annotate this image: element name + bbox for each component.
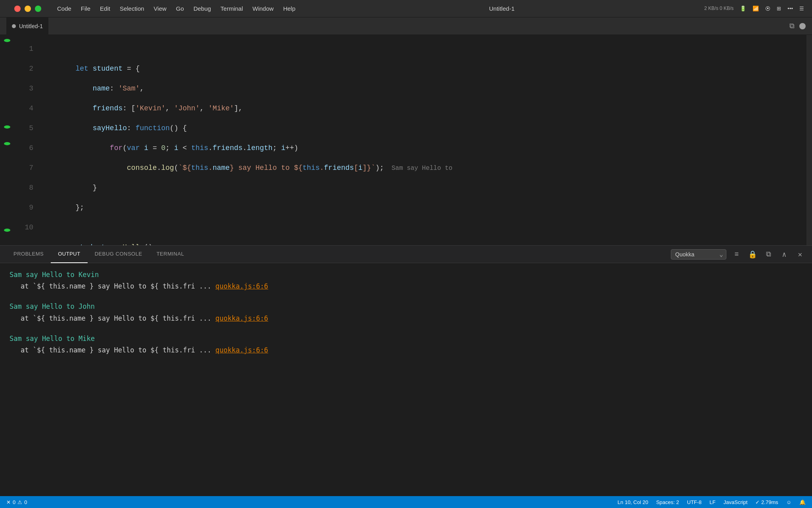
error-icon: ✕ bbox=[6, 499, 11, 505]
panel-tabs: PROBLEMS OUTPUT DEBUG CONSOLE TERMINAL Q… bbox=[0, 246, 812, 263]
code-content[interactable]: let student = { name: 'Sam', friends: ['… bbox=[38, 35, 806, 245]
statusbar-right: Ln 10, Col 20 Spaces: 2 UTF-8 LF JavaScr… bbox=[618, 499, 806, 505]
language-mode[interactable]: JavaScript bbox=[724, 499, 748, 505]
line-num-1: 1 bbox=[22, 39, 33, 59]
smiley-icon: ☺ bbox=[786, 499, 791, 505]
encoding[interactable]: UTF-8 bbox=[687, 499, 702, 505]
line-numbers: 1 2 3 4 5 6 7 8 9 10 bbox=[14, 35, 38, 245]
output-source-select-wrapper: Quokka Git Tasks bbox=[671, 249, 726, 260]
spaces-label: Spaces: 2 bbox=[656, 499, 679, 505]
menu-terminal[interactable]: Terminal bbox=[216, 4, 247, 13]
menu-debug[interactable]: Debug bbox=[190, 4, 215, 13]
gutter-dot-1 bbox=[4, 39, 10, 42]
output-group-2: Sam say Hello to John at `${ this.name }… bbox=[10, 301, 802, 323]
code-line-2: name: 'Sam', bbox=[38, 59, 806, 79]
gutter-dot-5 bbox=[4, 125, 10, 129]
error-count-label: 0 bbox=[13, 499, 15, 505]
code-line-10: student.sayHello(); bbox=[38, 217, 806, 237]
split-editor-icon[interactable]: ⧉ bbox=[789, 22, 795, 30]
tab-label: Untitled-1 bbox=[19, 23, 43, 29]
minimize-window-button[interactable] bbox=[25, 6, 31, 12]
warning-count-label: 0 bbox=[24, 499, 27, 505]
language-label: JavaScript bbox=[724, 499, 748, 505]
maximize-window-button[interactable] bbox=[35, 6, 41, 12]
tab-output[interactable]: OUTPUT bbox=[51, 246, 87, 263]
control-center-icon[interactable]: ⊞ bbox=[777, 6, 781, 12]
panel-list-icon[interactable]: ≡ bbox=[731, 249, 742, 260]
eol[interactable]: LF bbox=[710, 499, 716, 505]
gutter-dot-3 bbox=[4, 79, 10, 89]
output-link-2[interactable]: quokka.js:6:6 bbox=[215, 314, 268, 322]
code-line-3: friends: ['Kevin', 'John', 'Mike'], bbox=[38, 79, 806, 98]
output-line-1-trace: at `${ this.name } say Hello to ${ this.… bbox=[10, 281, 802, 292]
panel-close-icon[interactable]: ✕ bbox=[795, 249, 806, 260]
menu-go[interactable]: Go bbox=[172, 4, 188, 13]
gutter-dot-7 bbox=[4, 159, 10, 169]
tab-problems[interactable]: PROBLEMS bbox=[6, 246, 51, 263]
editor-controls: ⧉ bbox=[789, 22, 806, 30]
window-title: Untitled-1 bbox=[489, 5, 515, 12]
gutter bbox=[0, 35, 14, 245]
notification-icon[interactable]: 🔔 bbox=[799, 499, 806, 505]
gutter-dot-8 bbox=[4, 182, 10, 192]
output-line-1-main: Sam say Hello to Kevin bbox=[10, 269, 802, 280]
traffic-lights bbox=[14, 6, 41, 12]
cursor-position[interactable]: Ln 10, Col 20 bbox=[618, 499, 648, 505]
menu-view[interactable]: View bbox=[150, 4, 170, 13]
quokka-status[interactable]: ✓ 2.79ms bbox=[755, 499, 778, 505]
code-editor[interactable]: 1 2 3 4 5 6 7 8 9 10 let student = { nam… bbox=[0, 35, 812, 245]
tab-debug-console[interactable]: DEBUG CONSOLE bbox=[88, 246, 149, 263]
editor-container: 1 2 3 4 5 6 7 8 9 10 let student = { nam… bbox=[0, 35, 812, 496]
panel-lock-icon[interactable]: 🔒 bbox=[747, 249, 758, 260]
output-panel: PROBLEMS OUTPUT DEBUG CONSOLE TERMINAL Q… bbox=[0, 245, 812, 496]
panel-controls: Quokka Git Tasks ≡ 🔒 ⧉ ∧ ✕ bbox=[671, 249, 806, 260]
output-link-3[interactable]: quokka.js:6:6 bbox=[215, 346, 268, 354]
gutter-dot-2 bbox=[4, 56, 10, 65]
error-count[interactable]: ✕ 0 ⚠ 0 bbox=[6, 499, 27, 505]
titlebar-right: 2 KB/s 0 KB/s 🔋 📶 ⦿ ⊞ ••• ☰ bbox=[704, 6, 804, 12]
panel-copy-icon[interactable]: ⧉ bbox=[763, 249, 774, 260]
menu-window[interactable]: Window bbox=[249, 4, 278, 13]
code-line-1: let student = { bbox=[38, 39, 806, 59]
line-num-2: 2 bbox=[22, 59, 33, 79]
circle-status-icon bbox=[799, 23, 806, 29]
encoding-label: UTF-8 bbox=[687, 499, 702, 505]
close-window-button[interactable] bbox=[14, 6, 21, 12]
code-line-8: }; bbox=[38, 178, 806, 198]
output-line-3-trace: at `${ this.name } say Hello to ${ this.… bbox=[10, 345, 802, 356]
menu-help[interactable]: Help bbox=[279, 4, 299, 13]
output-line-2-main: Sam say Hello to John bbox=[10, 301, 802, 312]
list-icon[interactable]: ☰ bbox=[799, 6, 804, 12]
editor-scrollbar[interactable] bbox=[806, 35, 812, 245]
menu-file[interactable]: File bbox=[77, 4, 94, 13]
wifi-icon: 📶 bbox=[753, 6, 759, 12]
editor-tab[interactable]: Untitled-1 bbox=[6, 17, 48, 35]
menu-extra-icon[interactable]: ••• bbox=[787, 6, 793, 12]
tab-dot bbox=[12, 24, 16, 28]
kb-stats: 2 KB/s 0 KB/s bbox=[704, 6, 733, 12]
scrollbar-track bbox=[806, 35, 812, 245]
line-num-9: 9 bbox=[22, 198, 33, 217]
tab-terminal[interactable]: TERMINAL bbox=[149, 246, 192, 263]
output-link-1[interactable]: quokka.js:6:6 bbox=[215, 282, 268, 290]
gutter-dot-4 bbox=[4, 102, 10, 112]
output-line-3-main: Sam say Hello to Mike bbox=[10, 333, 802, 344]
panel-up-icon[interactable]: ∧ bbox=[779, 249, 790, 260]
feedback-icon[interactable]: ☺ bbox=[786, 499, 791, 505]
menu-code[interactable]: Code bbox=[53, 4, 75, 13]
indentation[interactable]: Spaces: 2 bbox=[656, 499, 679, 505]
line-num-5: 5 bbox=[22, 118, 33, 138]
titlebar: Code File Edit Selection View Go Debug T… bbox=[0, 0, 812, 17]
ln-col-label: Ln 10, Col 20 bbox=[618, 499, 648, 505]
code-line-9 bbox=[38, 198, 806, 217]
output-line-2-trace: at `${ this.name } say Hello to ${ this.… bbox=[10, 313, 802, 324]
line-num-10: 10 bbox=[22, 217, 33, 237]
eol-label: LF bbox=[710, 499, 716, 505]
menu-edit[interactable]: Edit bbox=[96, 4, 114, 13]
check-label: ✓ 2.79ms bbox=[755, 499, 778, 505]
menu-bar: Code File Edit Selection View Go Debug T… bbox=[53, 4, 299, 13]
output-source-select[interactable]: Quokka Git Tasks bbox=[671, 249, 726, 260]
bell-icon: 🔔 bbox=[799, 499, 806, 505]
menu-selection[interactable]: Selection bbox=[116, 4, 148, 13]
status-bar: ✕ 0 ⚠ 0 Ln 10, Col 20 Spaces: 2 UTF-8 LF… bbox=[0, 496, 812, 508]
